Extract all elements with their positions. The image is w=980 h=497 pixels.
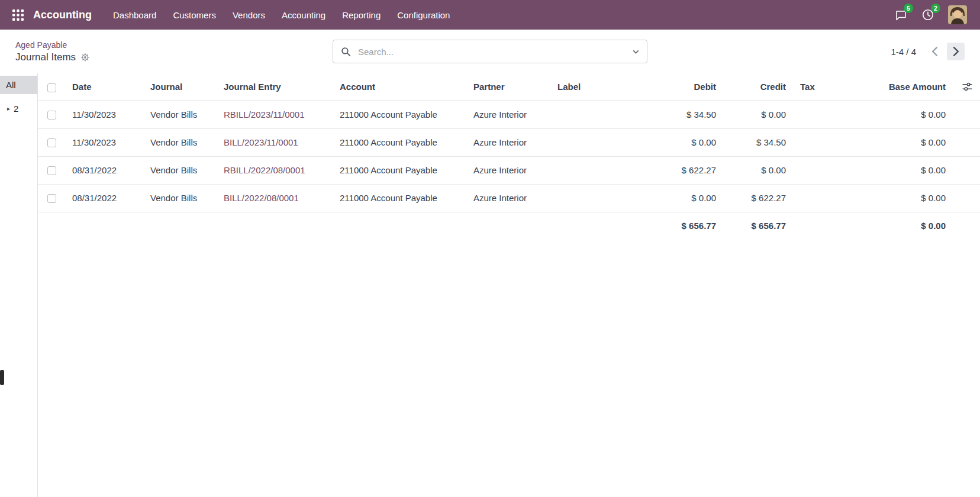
column-header-base_amount[interactable]: Base Amount [831,73,954,101]
column-header-debit[interactable]: Debit [652,73,724,101]
journal-items-body: 11/30/2023Vendor BillsRBILL/2023/11/0001… [38,101,980,239]
search-bar [333,40,647,63]
top-nav: Accounting DashboardCustomersVendorsAcco… [0,0,980,30]
cell-debit: $ 34.50 [652,101,724,128]
journal-entry-link[interactable]: RBILL/2022/08/0001 [224,165,305,175]
cell-partner: Azure Interior [468,128,552,156]
pager-range: 1-4 / 4 [891,47,916,57]
totals-base-amount: $ 0.00 [831,212,954,239]
cell-debit: $ 0.00 [652,128,724,156]
row-select-cell [38,184,66,212]
content: All ▸ 2 DateJournalJournal EntryAccountP… [0,73,980,497]
totals-spacer [38,212,652,239]
totals-tax [794,212,831,239]
cell-journal: Vendor Bills [144,101,218,128]
activities-button[interactable]: 2 [921,8,935,22]
cell-partner: Azure Interior [468,156,552,184]
cell-debit: $ 0.00 [652,184,724,212]
cell-base_amount: $ 0.00 [831,128,954,156]
column-header-journal[interactable]: Journal [144,73,218,101]
cell-account: 211000 Account Payable [334,128,468,156]
table-row[interactable]: 11/30/2023Vendor BillsBILL/2023/11/00012… [38,128,980,156]
pager-previous-button[interactable] [926,43,943,60]
nav-item-dashboard[interactable]: Dashboard [107,6,162,24]
column-header-partner[interactable]: Partner [468,73,552,101]
table-row[interactable]: 08/31/2022Vendor BillsBILL/2022/08/00012… [38,184,980,212]
cell-journal: Vendor Bills [144,128,218,156]
cell-tax [794,184,831,212]
sidebar-item-all[interactable]: All [0,76,37,94]
left-scrollbar-thumb[interactable] [0,370,4,385]
cell-label [552,156,652,184]
row-checkbox[interactable] [47,194,56,203]
optional-columns-button[interactable] [958,78,976,96]
row-checkbox[interactable] [47,138,56,147]
nav-item-vendors[interactable]: Vendors [227,6,271,24]
messages-badge: 5 [904,4,913,13]
table-row[interactable]: 08/31/2022Vendor BillsRBILL/2022/08/0001… [38,156,980,184]
column-header-tax[interactable]: Tax [794,73,831,101]
chevron-right-icon [953,47,959,56]
nav-item-accounting[interactable]: Accounting [276,6,331,24]
row-end-cell [954,156,980,184]
breadcrumb-aged-payable[interactable]: Aged Payable [15,40,67,50]
gear-icon [81,53,89,62]
journal-items-table: DateJournalJournal EntryAccountPartnerLa… [38,73,980,239]
journal-entry-link[interactable]: BILL/2023/11/0001 [224,137,298,147]
column-header-account[interactable]: Account [334,73,468,101]
cell-entry: BILL/2022/08/0001 [218,184,334,212]
pager-next-button[interactable] [947,43,965,60]
cell-credit: $ 0.00 [724,101,794,128]
select-all-cell [38,73,66,101]
select-all-checkbox[interactable] [47,83,56,92]
nav-menu: DashboardCustomersVendorsAccountingRepor… [107,6,456,24]
app-name[interactable]: Accounting [33,9,92,21]
cell-journal: Vendor Bills [144,184,218,212]
column-header-date[interactable]: Date [66,73,144,101]
user-avatar[interactable] [948,5,967,24]
cell-date: 08/31/2022 [66,184,144,212]
column-header-credit[interactable]: Credit [724,73,794,101]
avatar-image [948,5,967,24]
cell-partner: Azure Interior [468,184,552,212]
nav-item-configuration[interactable]: Configuration [391,6,456,24]
table-header-row: DateJournalJournal EntryAccountPartnerLa… [38,73,980,101]
breadcrumb-area: Aged Payable Journal Items [15,40,89,63]
cell-base_amount: $ 0.00 [831,184,954,212]
cell-credit: $ 0.00 [724,156,794,184]
row-checkbox[interactable] [47,111,56,120]
apps-menu-button[interactable] [7,4,28,25]
search-input[interactable] [353,47,624,57]
cell-base_amount: $ 0.00 [831,156,954,184]
journal-entry-link[interactable]: BILL/2022/08/0001 [224,193,299,203]
totals-credit: $ 656.77 [724,212,794,239]
row-select-cell [38,101,66,128]
view-settings-button[interactable] [81,53,89,62]
totals-debit: $ 656.77 [652,212,724,239]
row-end-cell [954,128,980,156]
search-options-toggle[interactable] [624,40,647,63]
chevron-left-icon [931,47,938,56]
row-select-cell [38,128,66,156]
column-header-label[interactable]: Label [552,73,652,101]
cell-credit: $ 622.27 [724,184,794,212]
sidebar-group[interactable]: ▸ 2 [0,104,37,114]
cell-label [552,101,652,128]
messages-button[interactable]: 5 [894,8,908,22]
systray: 5 2 [894,5,971,24]
row-checkbox[interactable] [47,166,56,175]
table-row[interactable]: 11/30/2023Vendor BillsRBILL/2023/11/0001… [38,101,980,128]
activities-badge: 2 [931,4,940,13]
column-header-entry[interactable]: Journal Entry [218,73,334,101]
cell-debit: $ 622.27 [652,156,724,184]
cell-tax [794,156,831,184]
cell-entry: RBILL/2022/08/0001 [218,156,334,184]
cell-tax [794,128,831,156]
row-select-cell [38,156,66,184]
nav-item-customers[interactable]: Customers [167,6,222,24]
journal-entry-link[interactable]: RBILL/2023/11/0001 [224,109,305,120]
nav-item-reporting[interactable]: Reporting [336,6,386,24]
sidebar: All ▸ 2 [0,73,38,497]
sliders-icon [962,82,972,92]
totals-end [954,212,980,239]
